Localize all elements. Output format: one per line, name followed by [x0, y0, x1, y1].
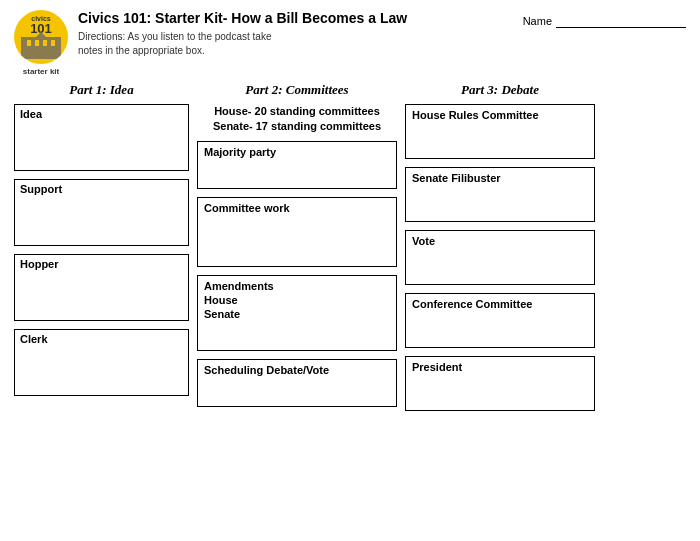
logo-window-3: [43, 40, 47, 46]
part3-heading: Part 3: Debate: [405, 82, 595, 98]
logo-area: civics 101 starter kit: [14, 10, 68, 76]
president-label: President: [412, 361, 588, 373]
clerk-content: [15, 347, 188, 395]
column-3-debate: Part 3: Debate House Rules Committee Sen…: [405, 82, 595, 419]
page: Name civics 101 starter kit Civics 1: [0, 0, 700, 541]
part2-subheading: House- 20 standing committees Senate- 17…: [197, 104, 397, 135]
scheduling-box: Scheduling Debate/Vote: [197, 359, 397, 407]
logo-window-2: [35, 40, 39, 46]
idea-label: Idea: [15, 105, 188, 122]
amendments-senate: Senate: [204, 308, 390, 320]
clerk-box: Clerk: [14, 329, 189, 396]
vote-label: Vote: [412, 235, 588, 247]
conference-committee-label: Conference Committee: [412, 298, 588, 310]
support-content: [15, 197, 188, 245]
amendments-content: House Senate: [204, 294, 390, 346]
committee-work-label: Committee work: [204, 202, 390, 214]
scheduling-label: Scheduling Debate/Vote: [204, 364, 390, 376]
idea-box: Idea: [14, 104, 189, 171]
part1-heading: Part 1: Idea: [14, 82, 189, 98]
hopper-box: Hopper: [14, 254, 189, 321]
logo-window-4: [51, 40, 55, 46]
logo-building-icon: [21, 37, 61, 59]
part2-subheading-line2: Senate- 17 standing committees: [213, 120, 381, 132]
amendments-box: Amendments House Senate: [197, 275, 397, 351]
part2-heading: Part 2: Committees: [197, 82, 397, 98]
name-underline: [556, 14, 686, 28]
committee-work-box: Committee work: [197, 197, 397, 267]
hopper-label: Hopper: [15, 255, 188, 272]
house-rules-committee-box: House Rules Committee: [405, 104, 595, 159]
support-label: Support: [15, 180, 188, 197]
main-content: Part 1: Idea Idea Support Hopper Clerk P…: [14, 82, 686, 419]
senate-filibuster-box: Senate Filibuster: [405, 167, 595, 222]
logo-window-1: [27, 40, 31, 46]
amendments-house: House: [204, 294, 390, 306]
idea-content: [15, 122, 188, 170]
hopper-content: [15, 272, 188, 320]
vote-box: Vote: [405, 230, 595, 285]
clerk-label: Clerk: [15, 330, 188, 347]
part2-subheading-line1: House- 20 standing committees: [214, 105, 380, 117]
majority-party-box: Majority party: [197, 141, 397, 189]
amendments-label: Amendments: [204, 280, 390, 292]
name-label: Name: [523, 15, 552, 27]
name-field-area: Name: [523, 14, 686, 28]
majority-party-label: Majority party: [204, 146, 390, 158]
house-rules-committee-label: House Rules Committee: [412, 109, 588, 121]
logo-starterkit-text: starter kit: [23, 67, 59, 76]
column-1-idea: Part 1: Idea Idea Support Hopper Clerk: [14, 82, 189, 419]
conference-committee-box: Conference Committee: [405, 293, 595, 348]
logo-windows: [21, 37, 61, 49]
column-2-committees: Part 2: Committees House- 20 standing co…: [197, 82, 397, 419]
senate-filibuster-label: Senate Filibuster: [412, 172, 588, 184]
logo-circle: civics 101: [14, 10, 68, 64]
header-directions: Directions: As you listen to the podcast…: [78, 30, 278, 58]
support-box: Support: [14, 179, 189, 246]
president-box: President: [405, 356, 595, 411]
